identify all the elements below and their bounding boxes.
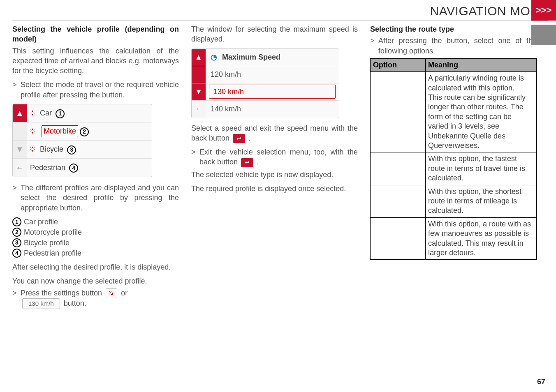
paragraph: You can now change the selected profile.	[12, 276, 179, 286]
table-header-meaning: Meaning	[426, 58, 537, 71]
paragraph: After selecting the desired profile, it …	[12, 262, 179, 272]
instruction-text: Press the settings button ⛭ or	[21, 288, 179, 298]
paragraph: Select a speed and exit the speed menu w…	[191, 123, 358, 143]
legend-marker-4: 4	[12, 249, 21, 258]
max-speed-list: ▲ ◔Maximum Speed 120 km/h ▼ 130 km/h ← 1…	[191, 48, 339, 118]
profile-item-car[interactable]: Car 1	[39, 108, 152, 118]
back-icon[interactable]: ←	[192, 101, 206, 118]
paragraph: The selected vehicle type is now display…	[191, 170, 358, 180]
table-cell-meaning: A particularly winding route is calculat…	[426, 72, 537, 152]
instruction-text: Select the mode of travel or the require…	[21, 80, 179, 100]
motorbike-icon: ⛭	[27, 126, 39, 136]
column-2: The window for selecting the maximum spe…	[191, 24, 358, 309]
legend-label: Pedestrian profile	[24, 248, 81, 258]
table-cell-meaning: With this option, the shortest route in …	[426, 185, 537, 217]
speed-option-120[interactable]: 120 km/h	[206, 69, 339, 79]
table-cell-option	[371, 217, 426, 260]
table-cell-option	[371, 185, 426, 217]
scroll-down-icon[interactable]: ▼	[13, 141, 27, 158]
scroll-area	[13, 122, 27, 140]
page-title: NAVIGATION MODE	[430, 4, 548, 18]
vehicle-profile-list: ▲ ⛭ Car 1 ⛭ Motorbike2 ▼ ⛭ Bicycle 3 ← P…	[12, 104, 152, 177]
side-tab	[531, 25, 556, 45]
back-button-icon[interactable]: ↩	[233, 134, 245, 143]
legend-label: Motorcycle profile	[24, 227, 82, 237]
table-cell-option	[371, 72, 426, 152]
scroll-up-icon[interactable]: ▲	[13, 104, 27, 122]
section-heading-route-type: Selecting the route type	[370, 24, 537, 34]
scroll-area	[192, 66, 206, 83]
profile-item-motorbike[interactable]: Motorbike	[42, 125, 78, 137]
instruction-text: button.	[64, 299, 86, 307]
legend-marker-3: 3	[12, 238, 21, 247]
instruction-text: Exit the vehicle selection menu, too, wi…	[199, 147, 358, 167]
settings-button-icon[interactable]: ⛭	[106, 288, 117, 298]
column-1: Selecting the vehicle profile (depending…	[12, 24, 179, 309]
bicycle-icon: ⛭	[27, 144, 39, 154]
speed-option-130[interactable]: 130 km/h	[209, 85, 336, 99]
table-cell-option	[371, 152, 426, 185]
chevron-indicator: >>>	[531, 0, 556, 21]
speed-option-140[interactable]: 140 km/h	[206, 104, 339, 114]
bullet-marker: >	[12, 288, 21, 298]
bullet-marker: >	[12, 80, 21, 100]
speed-button[interactable]: 130 km/h	[22, 298, 60, 309]
paragraph: The required profile is displayed once s…	[191, 184, 358, 194]
paragraph: The window for selecting the maximum spe…	[191, 24, 358, 44]
car-icon: ⛭	[27, 108, 39, 118]
bullet-marker: >	[191, 147, 199, 167]
back-button-icon[interactable]: ↩	[241, 158, 253, 167]
back-icon[interactable]: ←	[13, 159, 27, 177]
column-3: Selecting the route type > After pressin…	[370, 24, 537, 309]
scroll-up-icon[interactable]: ▲	[192, 49, 206, 66]
table-header-option: Option	[371, 58, 426, 71]
legend-marker-2: 2	[12, 228, 21, 237]
bullet-marker: >	[370, 36, 378, 56]
route-options-table: Option Meaning A particularly winding ro…	[370, 58, 537, 260]
page-number: 67	[537, 378, 545, 386]
table-cell-meaning: With this option, a route with as few ma…	[426, 217, 537, 260]
bullet-marker: >	[12, 183, 21, 213]
profile-item-pedestrian[interactable]: Pedestrian 4	[27, 163, 152, 173]
legend-label: Bicycle profile	[24, 238, 70, 248]
divider	[12, 21, 548, 21]
profile-item-bicycle[interactable]: Bicycle 3	[39, 144, 152, 154]
legend-marker-1: 1	[12, 217, 21, 226]
table-cell-meaning: With this option, the fastest route in t…	[426, 152, 537, 185]
scroll-down-icon[interactable]: ▼	[192, 83, 206, 100]
legend-label: Car profile	[24, 217, 58, 227]
speedometer-icon: ◔	[211, 52, 220, 62]
paragraph: This setting influences the calculation …	[12, 46, 179, 76]
instruction-text: The different profiles are displayed and…	[21, 183, 179, 213]
max-speed-header: ◔Maximum Speed	[206, 52, 339, 62]
instruction-text: After pressing the button, select one of…	[378, 36, 537, 56]
section-heading-vehicle-profile: Selecting the vehicle profile (depending…	[12, 24, 179, 44]
